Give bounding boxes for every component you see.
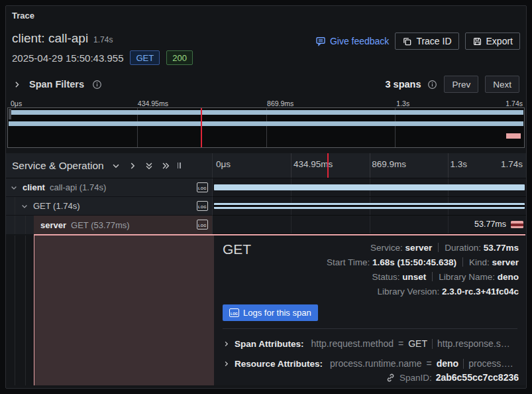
span-bar-server[interactable]: [511, 221, 523, 228]
selected-span-divider: [34, 234, 525, 235]
detail-field-line: Status: unsetLibrary Name: deno: [327, 272, 519, 287]
span-bar-duration-label: 53.77ms: [474, 220, 506, 229]
trace-minimap[interactable]: [7, 107, 525, 148]
span-name-cell: GET (1.74s) LOG: [6, 197, 213, 216]
timeline-tick-header: 0μs 434.95ms 869.9ms 1.3s 1.74s: [213, 153, 526, 178]
service-operation-header: Service & Operation: [6, 153, 213, 178]
tick-line: [291, 153, 292, 178]
status-code-badge: 200: [166, 50, 193, 65]
attr-separator: [463, 359, 464, 369]
minimap-span-bar-get: [9, 121, 523, 126]
info-icon[interactable]: [427, 80, 437, 90]
span-bar-get[interactable]: [214, 203, 525, 209]
trace-id-button[interactable]: Trace ID: [395, 33, 458, 50]
span-detail-title: GET: [223, 241, 251, 257]
span-service: client: [23, 182, 45, 192]
span-operation: call-api (1.74s): [50, 182, 106, 192]
service-operation-label: Service & Operation: [12, 160, 104, 172]
trace-start-timestamp: 2025-04-29 15:50:43.955: [12, 52, 123, 64]
trace-panel: Trace client: call-api1.74s Give feedbac…: [5, 5, 527, 389]
timeline-critical-cursor: [327, 153, 329, 178]
method-badge: GET: [130, 50, 160, 65]
trace-duration: 1.74s: [93, 35, 113, 44]
span-bar-client[interactable]: [214, 184, 525, 190]
tick-label: 869.9ms: [372, 159, 406, 169]
export-button[interactable]: Export: [465, 33, 520, 50]
double-chevron-down-icon[interactable]: [144, 161, 154, 170]
attr-separator: [432, 339, 433, 349]
span-detail-panel: GET Service: serverDuration: 53.77ms Sta…: [214, 235, 525, 385]
panel-title: Trace: [12, 11, 34, 21]
tick-label: 1.74s: [505, 99, 523, 107]
chevron-right-icon: [223, 360, 230, 367]
header-actions: Give feedback Trace ID Export: [315, 33, 520, 50]
trace-meta-row: 2025-04-29 15:50:43.955 GET 200: [12, 50, 193, 65]
link-icon[interactable]: [386, 373, 396, 383]
chevron-right-icon[interactable]: [128, 161, 137, 170]
minimap-span-bar-server: [506, 133, 521, 139]
column-resize-handle[interactable]: [178, 163, 181, 168]
span-bar-cell: 53.77ms: [213, 216, 526, 234]
indent-guide: [15, 197, 15, 215]
span-filters-toggle[interactable]: Span Filters: [13, 79, 102, 90]
chevron-right-icon: [223, 340, 230, 348]
trace-header-title: client: call-api1.74s: [12, 31, 113, 46]
detail-divider: [223, 328, 517, 329]
minimap-tick-labels: 0μs 434.95ms 869.9ms 1.3s 1.74s: [7, 99, 525, 107]
span-name-cell: client call-api (1.74s) LOG: [6, 178, 213, 197]
indent-guide: [25, 216, 26, 234]
detail-field-line: Start Time: 1.68s (15:50:45.638)Kind: se…: [327, 257, 519, 272]
row-gridline: [291, 216, 292, 233]
comment-icon: [315, 36, 326, 46]
chevron-down-icon[interactable]: [10, 184, 18, 192]
tick-label: 1.74s: [501, 159, 523, 169]
detail-field-line: Library Version: 2.3.0-rc.3+41fc04c: [327, 287, 519, 301]
double-chevron-right-icon[interactable]: [161, 161, 170, 170]
info-icon[interactable]: [92, 80, 102, 90]
give-feedback-link[interactable]: Give feedback: [315, 36, 390, 46]
minimap-span-bar-client: [9, 110, 523, 115]
indent-guide: [15, 216, 15, 234]
prev-span-button[interactable]: Prev: [444, 76, 478, 93]
tick-label: 0μs: [216, 159, 231, 169]
row-gridline: [370, 216, 370, 233]
span-operation: GET (1.74s): [33, 201, 80, 211]
span-attributes-expander[interactable]: Span Attributes: http.request.method = G…: [223, 336, 519, 351]
span-row-client[interactable]: client call-api (1.74s) LOG: [6, 178, 526, 197]
span-row-server-selected[interactable]: server GET (53.77ms) LOG 53.77ms: [6, 216, 526, 234]
detail-field-line: Service: serverDuration: 53.77ms: [327, 243, 519, 257]
resource-attributes-expander[interactable]: Resource Attributes: process.runtime.nam…: [223, 356, 519, 371]
minimap-drag-handle[interactable]: [9, 109, 11, 119]
span-service: server: [40, 220, 66, 230]
tick-label: 1.3s: [396, 99, 409, 107]
span-bar-cell: [213, 197, 526, 216]
chevron-right-icon: [13, 80, 21, 89]
span-logs-icon[interactable]: LOG: [197, 220, 208, 230]
span-bar-cell: [213, 178, 526, 197]
chevron-down-icon[interactable]: [21, 202, 28, 210]
span-count: 3 spans: [385, 79, 421, 90]
detail-indent-area: [6, 235, 34, 385]
logs-for-span-button[interactable]: LOG Logs for this span: [223, 304, 318, 321]
selected-span-detail-left: [34, 235, 214, 385]
trace-root-span-name: client: call-api: [12, 31, 88, 45]
tick-label: 434.95ms: [138, 99, 168, 107]
tick-label: 1.3s: [451, 159, 468, 169]
span-logs-icon[interactable]: LOG: [197, 182, 208, 192]
minimap-critical-cursor: [201, 108, 202, 147]
tick-label: 869.9ms: [267, 99, 293, 107]
span-id-footer: SpanID: 2ab6c55cc7cc8236: [386, 371, 519, 384]
span-operation: GET (53.77ms): [71, 220, 130, 230]
span-detail-fields: Service: serverDuration: 53.77ms Start T…: [327, 243, 519, 301]
span-row-get[interactable]: GET (1.74s) LOG: [6, 197, 526, 216]
span-logs-icon[interactable]: LOG: [197, 201, 208, 211]
chevron-down-icon[interactable]: [111, 161, 121, 170]
span-name-cell: server GET (53.77ms) LOG: [6, 216, 213, 234]
indent-guide: [15, 235, 15, 385]
copy-icon: [402, 36, 412, 46]
span-nav: 3 spans Prev Next: [385, 76, 519, 93]
next-span-button[interactable]: Next: [485, 76, 519, 93]
tick-label: 0μs: [11, 99, 22, 107]
log-icon: LOG: [229, 308, 239, 317]
indent-guide: [25, 235, 26, 385]
